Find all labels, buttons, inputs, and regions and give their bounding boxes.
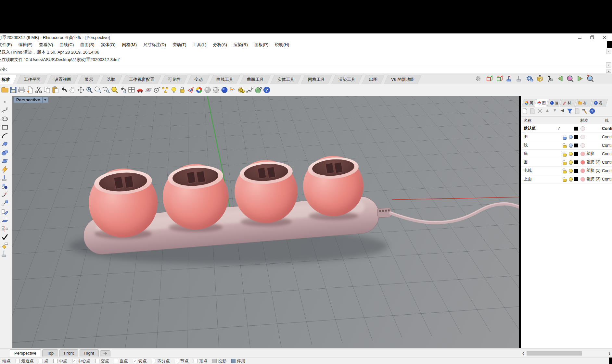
checkbox[interactable] xyxy=(133,359,137,363)
move-layer-down-icon[interactable]: ▼ xyxy=(552,108,558,114)
filter-icon[interactable] xyxy=(567,108,573,114)
minimize-button[interactable] xyxy=(574,33,586,41)
checkbox[interactable] xyxy=(194,359,198,363)
menu-edit[interactable]: 编辑(E) xyxy=(15,42,36,48)
osnap-near[interactable]: 最近点 xyxy=(16,358,34,364)
layer-row[interactable]: 上面 塑胶 (3) Continuous xyxy=(521,175,612,183)
osnap-quadrant[interactable]: 四分点 xyxy=(152,358,170,364)
analyze-lens-icon[interactable] xyxy=(566,75,574,82)
menu-curve[interactable]: 曲线(C) xyxy=(56,42,77,48)
layer-name[interactable]: 电线 xyxy=(521,168,555,173)
menu-panels[interactable]: 面板(P) xyxy=(251,42,272,48)
checkbox[interactable] xyxy=(53,359,57,363)
osnap-point[interactable]: 点 xyxy=(39,358,48,364)
material-cell[interactable] xyxy=(580,143,602,148)
layer-row[interactable]: 线 Continuous xyxy=(521,141,612,150)
checkbox[interactable] xyxy=(95,359,99,363)
lock-icon[interactable] xyxy=(563,169,567,173)
tab-options-gear-icon[interactable] xyxy=(475,75,481,82)
osnap-disable[interactable]: 停用 xyxy=(231,358,245,364)
osnap-vertex[interactable]: 顶点 xyxy=(194,358,208,364)
undo-view-icon[interactable] xyxy=(119,86,127,94)
menu-dimension[interactable]: 尺寸标注(D) xyxy=(140,42,169,48)
checkbox[interactable] xyxy=(175,359,179,363)
tab-rendering[interactable]: 渲 xyxy=(548,99,560,107)
osnap-project[interactable]: 投影 xyxy=(212,358,226,364)
menu-help[interactable]: 说明(H) xyxy=(272,42,292,48)
explode-icon[interactable] xyxy=(1,166,9,173)
viewport-tab-top[interactable]: Top xyxy=(42,349,58,357)
menu-render[interactable]: 渲染(R) xyxy=(230,42,251,48)
lamp-icon[interactable] xyxy=(170,86,178,94)
bulb-icon[interactable] xyxy=(568,152,573,156)
layer-name[interactable]: 圆 xyxy=(521,159,555,165)
viewport-title-label[interactable]: Perspective xyxy=(14,97,43,103)
trim-icon[interactable] xyxy=(1,208,9,216)
display-mode-icon[interactable] xyxy=(187,86,195,94)
checkbox[interactable] xyxy=(39,359,43,363)
maximize-button[interactable] xyxy=(586,33,598,41)
menu-solid[interactable]: 实体(O) xyxy=(98,42,119,48)
osnap-tangent[interactable]: 切点 xyxy=(133,358,147,364)
tab-v6-new-features[interactable]: V6 的新功能 xyxy=(384,75,421,84)
osnap-end[interactable]: 端点 xyxy=(0,358,11,364)
bulb-icon[interactable] xyxy=(568,135,573,139)
checkbox[interactable] xyxy=(231,359,236,363)
linetype-cell[interactable]: Continuous xyxy=(602,135,612,139)
raytraced-mode-icon[interactable] xyxy=(221,86,228,94)
viewport-title[interactable]: Perspective ▼ xyxy=(14,97,48,103)
material-cell[interactable] xyxy=(580,126,602,131)
checkbox[interactable] xyxy=(152,359,156,363)
new-sublayer-icon[interactable] xyxy=(529,108,536,114)
lamp-sphere-2[interactable] xyxy=(163,164,228,230)
rotate-cube-icon[interactable] xyxy=(486,75,493,82)
help-icon[interactable] xyxy=(589,108,595,114)
checkbox[interactable] xyxy=(114,359,118,363)
zoom-extents-icon[interactable] xyxy=(111,86,119,94)
layer-row[interactable]: 底 塑胶 Continuous xyxy=(521,150,612,158)
panel-scrollbar[interactable]: ❮ ❯ xyxy=(521,350,612,356)
tab-render-tools[interactable]: 渲染工具 xyxy=(332,75,362,84)
tab-display[interactable]: 显示 xyxy=(78,75,100,84)
spinner-up-icon[interactable]: ▲ xyxy=(606,69,611,72)
material-cell[interactable]: 塑胶 (1) xyxy=(580,168,602,173)
layer-name[interactable]: 线 xyxy=(521,143,555,148)
rotate-view-icon[interactable] xyxy=(77,86,85,94)
viewport-tab-right[interactable]: Right xyxy=(80,349,98,357)
command-prompt[interactable]: 指令: xyxy=(0,67,7,72)
tab-select[interactable]: 选取 xyxy=(100,75,122,84)
move-icon[interactable] xyxy=(1,199,9,207)
menu-transform[interactable]: 变动(T) xyxy=(169,42,190,48)
new-file-icon[interactable] xyxy=(26,86,34,94)
tab-help[interactable]: 说... xyxy=(592,99,607,107)
move-layer-up-icon[interactable]: ▲ xyxy=(544,108,551,114)
tab-surface-tools[interactable]: 曲面工具 xyxy=(240,75,271,84)
worker-icon[interactable] xyxy=(546,75,554,82)
layer-color-swatch[interactable] xyxy=(574,160,580,164)
mirror-icon[interactable] xyxy=(1,225,9,232)
extrude-icon[interactable] xyxy=(1,216,9,224)
menu-analyze[interactable]: 分析(A) xyxy=(210,42,230,48)
checkbox[interactable] xyxy=(0,359,1,363)
zoom-lens-plus-icon[interactable] xyxy=(586,75,594,82)
move-layer-left-icon[interactable]: ◀ xyxy=(559,108,566,114)
material-cell[interactable] xyxy=(580,135,602,139)
tab-setview[interactable]: 设置视图 xyxy=(47,75,78,84)
layer-name[interactable]: 图 xyxy=(521,134,555,140)
open-file-icon[interactable] xyxy=(1,86,9,94)
help-icon[interactable] xyxy=(263,86,271,94)
tab-properties[interactable]: 属 xyxy=(522,99,535,107)
viewport-perspective[interactable]: Perspective ▼ xyxy=(12,96,519,348)
extend-curve-icon[interactable] xyxy=(1,191,9,199)
ellipse-icon[interactable] xyxy=(1,115,9,123)
solid-sphere-icon[interactable] xyxy=(1,149,9,157)
cplane-gray-icon[interactable] xyxy=(516,75,524,82)
linetype-cell[interactable]: Continuous xyxy=(602,177,612,182)
lock-icon[interactable] xyxy=(178,86,186,94)
tab-mesh-tools[interactable]: 网格工具 xyxy=(301,75,332,84)
layer-color-swatch[interactable] xyxy=(574,152,580,156)
unroll-box-icon[interactable] xyxy=(536,75,544,82)
scroll-up-icon[interactable]: ▲ xyxy=(606,49,611,54)
tab-transform[interactable]: 变动 xyxy=(187,75,210,84)
lamp-sphere-4[interactable] xyxy=(303,156,363,216)
